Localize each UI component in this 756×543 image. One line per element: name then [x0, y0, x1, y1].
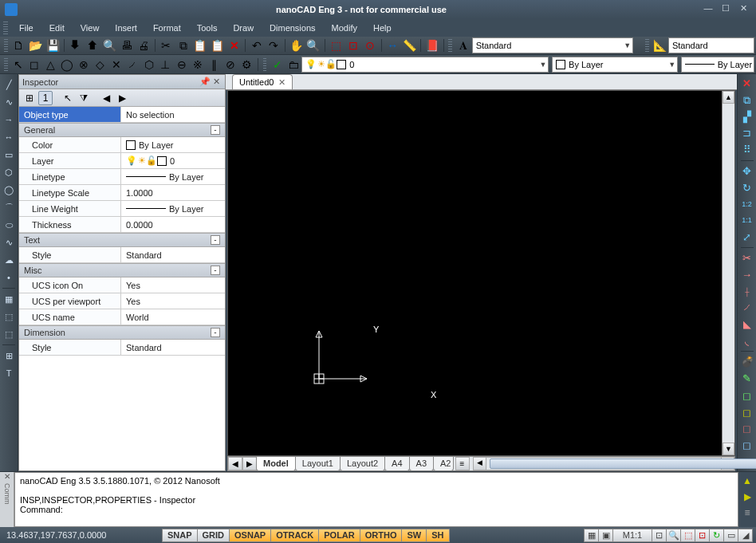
move-button[interactable]: ✥	[738, 163, 755, 179]
menu-draw[interactable]: Draw	[225, 21, 262, 35]
toolbar-grip[interactable]	[4, 39, 8, 52]
layout-tab-layout2[interactable]: Layout2	[340, 457, 385, 471]
paper-space-icon[interactable]: ▣	[598, 529, 613, 542]
plot-button[interactable]: 🖶	[119, 37, 134, 53]
status-ortho-button[interactable]: ORTHO	[360, 529, 403, 542]
spline-button[interactable]: ∿	[1, 234, 17, 250]
export-button[interactable]: 🡅	[85, 37, 100, 53]
osnap-endpoint-button[interactable]: ◻	[27, 57, 41, 73]
prop-row-thickness[interactable]: Thickness0.0000	[19, 217, 225, 233]
table-button[interactable]: ⊞	[1, 348, 17, 364]
menu-insert[interactable]: Insert	[107, 21, 145, 35]
prop-row-layer[interactable]: Layer💡☀🔓0	[19, 153, 225, 169]
osnap-parallel-button[interactable]: ∥	[207, 57, 221, 73]
pin-icon[interactable]: 📌	[199, 77, 211, 87]
prop-row-linetype[interactable]: LinetypeBy Layer	[19, 169, 225, 185]
osnap-extension-button[interactable]: ⟋	[125, 57, 140, 73]
insp-toggle1-button[interactable]: ⊞	[22, 91, 37, 105]
close-cmd-icon[interactable]: ✕	[4, 472, 10, 483]
color-combo[interactable]: By Layer ▼	[552, 57, 678, 73]
region-button[interactable]: ⬚	[1, 309, 17, 325]
dropdown-icon[interactable]: ▼	[540, 61, 547, 69]
edit-button[interactable]: ✎	[738, 371, 755, 387]
layout-tab-a3[interactable]: A3	[409, 457, 434, 471]
layer-combo[interactable]: 💡 ☀ 🔓 0 ▼	[301, 57, 549, 73]
command-text[interactable]: nanoCAD Eng 3.5 3.5.1880.1071, © 2012 Na…	[14, 472, 738, 527]
dimstyle-grip[interactable]	[645, 39, 649, 52]
layer-filter-button[interactable]: 🗀	[286, 57, 301, 73]
minimize-button[interactable]: —	[700, 3, 716, 16]
text-style-combo[interactable]: Standard ▼	[472, 37, 634, 53]
layout-tab-model[interactable]: Model	[256, 457, 296, 471]
layer-off-button[interactable]: ◻	[738, 404, 755, 420]
revision-cloud-button[interactable]: ☁	[1, 252, 17, 268]
extend-button[interactable]: →	[738, 267, 755, 283]
osnap-settings-button[interactable]: ⚙	[239, 57, 254, 73]
status-snap-button[interactable]: SNAP	[162, 529, 198, 542]
copy-button[interactable]: ⧉	[175, 37, 191, 53]
prop-row-ucsname[interactable]: UCS nameWorld	[19, 309, 225, 325]
rotate-button[interactable]: ↻	[738, 179, 755, 195]
collapse-icon[interactable]: -	[211, 328, 220, 337]
erase-button[interactable]: ✕	[738, 76, 755, 92]
status-sw-button[interactable]: SW	[401, 529, 427, 542]
ray-button[interactable]: →	[1, 112, 17, 128]
new-button[interactable]: 🗋	[11, 37, 26, 53]
tab-scroll-right-button[interactable]: ▶	[242, 457, 257, 470]
delete-button[interactable]: ✕	[226, 37, 242, 53]
coordinates-display[interactable]: 13.4637,197.7637,0.0000	[3, 530, 163, 540]
regen-icon[interactable]: ↻	[709, 529, 724, 542]
osnap-quadrant-button[interactable]: ◇	[93, 57, 107, 73]
mirror-button[interactable]: ▞	[738, 108, 755, 124]
scroll-thumb[interactable]	[490, 458, 757, 469]
linetype-combo[interactable]: By Layer	[681, 57, 754, 73]
textstyle-grip[interactable]	[448, 39, 452, 52]
xline-button[interactable]: ↔	[1, 129, 17, 145]
group-misc[interactable]: Misc-	[19, 263, 225, 277]
tab-scroll-left-button[interactable]: ◀	[228, 457, 242, 470]
stretch-button[interactable]: ⤢	[738, 229, 755, 245]
insp-prev-button[interactable]: ◀	[99, 91, 113, 105]
osnap-center-button[interactable]: ◯	[60, 57, 74, 73]
scale-11-button[interactable]: 1:1	[738, 213, 755, 229]
menu-file[interactable]: File	[11, 21, 41, 35]
group-dimension[interactable]: Dimension-	[19, 325, 225, 340]
collapse-icon[interactable]: -	[211, 125, 220, 135]
insp-pick-button[interactable]: ↖	[61, 91, 75, 105]
dim-style-combo[interactable]: Standard	[668, 37, 754, 53]
group-general[interactable]: General-	[19, 123, 225, 137]
text-style-button[interactable]: 𝐀	[455, 37, 471, 53]
join-button[interactable]: ⟋	[738, 300, 755, 316]
boundary-button[interactable]: ⬚	[1, 326, 17, 342]
status-polar-button[interactable]: POLAR	[318, 529, 360, 542]
layer-iso-button[interactable]: ◻	[738, 388, 755, 403]
zoom-window-icon[interactable]: ⬚	[680, 529, 695, 542]
hatch-button[interactable]: ▦	[1, 291, 17, 307]
scroll-left-button[interactable]: ◀	[474, 458, 486, 470]
close-button[interactable]: ✕	[735, 3, 751, 16]
paste-special-button[interactable]: 📋	[210, 37, 225, 53]
layer-freeze-button[interactable]: ◻	[738, 421, 755, 437]
document-tab[interactable]: Untitled0 ✕	[232, 74, 293, 89]
layout-tab-a4[interactable]: A4	[384, 457, 409, 471]
plot-preview-button[interactable]: 🔍	[102, 37, 117, 53]
prop-row-ucsvp[interactable]: UCS per viewportYes	[19, 293, 225, 309]
dropdown-icon[interactable]: ▼	[624, 41, 631, 49]
maximize-viewport-icon[interactable]: ⊡	[652, 529, 667, 542]
layout-tab-a2[interactable]: A2	[433, 457, 453, 471]
horizontal-scrollbar[interactable]: ◀ ▶	[473, 457, 735, 470]
publish-button[interactable]: 🖨	[136, 37, 151, 53]
measure-button[interactable]: 📏	[402, 37, 417, 53]
vertical-scrollbar[interactable]: ▲ ▼	[722, 91, 734, 455]
prop-row-ucsicon[interactable]: UCS icon OnYes	[19, 277, 225, 293]
polygon-button[interactable]: ⬡	[1, 164, 17, 180]
prop-row-lineweight[interactable]: Line WeightBy Layer	[19, 201, 225, 217]
rectangle-button[interactable]: ▭	[1, 147, 17, 163]
scale-12-button[interactable]: 1:2	[738, 196, 755, 212]
cmd-clear-button[interactable]: ≡	[740, 506, 754, 520]
resize-grip-icon[interactable]: ◢	[738, 529, 753, 542]
menu-edit[interactable]: Edit	[41, 21, 73, 35]
osnap-grip[interactable]	[4, 58, 8, 71]
break-button[interactable]: ⟊	[738, 283, 755, 299]
menu-format[interactable]: Format	[145, 21, 189, 35]
